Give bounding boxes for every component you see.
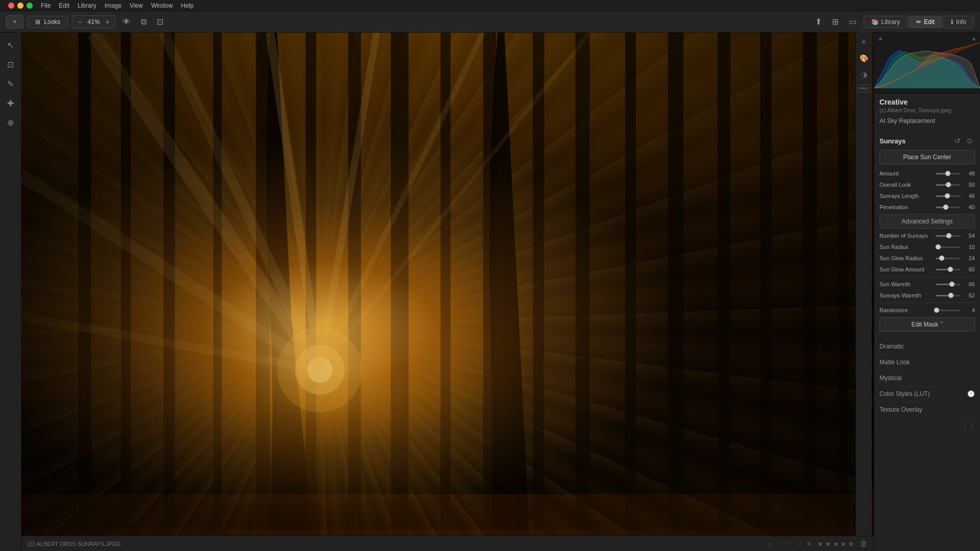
slider-value-sun-radius: 10 — [963, 244, 975, 250]
zoom-control[interactable]: − 41% + — [72, 15, 115, 29]
slider-label-sun-warmth: Sun Warmth — [879, 281, 936, 287]
slider-track-penetration[interactable] — [936, 203, 961, 211]
slider-label-sun-radius: Sun Radius — [879, 244, 936, 250]
menu-image[interactable]: Image — [105, 2, 121, 9]
panel-item-dramatic[interactable]: Dramatic — [874, 339, 980, 355]
abs-tool-sun[interactable]: ☀ — [858, 36, 870, 48]
svg-rect-12 — [533, 33, 544, 536]
slider-track-randomize[interactable] — [936, 306, 961, 314]
menu-library[interactable]: Library — [78, 2, 96, 9]
abs-tool-tone[interactable]: ◑ — [858, 68, 870, 81]
svg-point-21 — [307, 357, 332, 383]
slider-track-overall-look[interactable] — [936, 181, 961, 189]
zoom-plus-btn[interactable]: + — [105, 18, 111, 26]
panel-item-matte-look[interactable]: Matte Look — [874, 355, 980, 370]
slider-row-sun-glow-radius: Sun Glow Radius 24 — [879, 254, 975, 262]
slider-row-overall-look: Overall Look 50 — [879, 181, 975, 189]
edit-mask-btn[interactable]: Edit Mask ˅ — [879, 317, 975, 332]
abs-tool-palette[interactable]: 🎨 — [858, 52, 870, 64]
sunrays-toggle-btn[interactable]: ⊙ — [965, 136, 975, 146]
settings-dots-icon[interactable]: ⋮⋮ — [962, 421, 976, 429]
slider-value-overall-look: 50 — [963, 182, 975, 188]
slider-row-penetration: Penetration 40 — [879, 203, 975, 211]
svg-rect-8 — [348, 33, 361, 536]
minimize-btn[interactable] — [17, 3, 23, 9]
close-btn[interactable] — [8, 3, 14, 9]
slider-track-sun-warmth[interactable] — [936, 280, 961, 288]
svg-rect-4 — [163, 33, 175, 536]
share-icon-btn[interactable]: ⬆ — [812, 15, 825, 29]
slider-value-sun-glow-amount: 60 — [963, 266, 975, 272]
slider-track-sun-glow-amount[interactable] — [936, 265, 961, 273]
maximize-btn[interactable] — [27, 3, 33, 9]
tab-library[interactable]: 📚 Library — [864, 16, 908, 28]
tool-brush[interactable]: ✎ — [3, 76, 19, 92]
panel-item-mystical[interactable]: Mystical — [874, 370, 980, 386]
image-canvas[interactable] — [21, 33, 874, 536]
delete-icon[interactable]: 🗑 — [860, 539, 868, 548]
svg-rect-0 — [21, 33, 874, 536]
slider-track-amount[interactable] — [936, 169, 961, 178]
eye-icon-btn[interactable]: 👁 — [119, 15, 134, 29]
panel-icon-btn[interactable]: ▭ — [846, 15, 860, 29]
hist-right-arrow[interactable]: ▲ — [971, 35, 977, 42]
divider-2 — [879, 303, 975, 303]
reject-icon[interactable]: ✕ — [806, 540, 812, 548]
hist-left-arrow[interactable]: ▲ — [877, 35, 884, 42]
svg-rect-13 — [576, 33, 590, 536]
compare-icon-btn[interactable]: ⧉ — [138, 15, 150, 29]
tool-crop[interactable]: ⊡ — [3, 56, 19, 72]
sunrays-title: Sunrays — [879, 137, 905, 145]
menu-view[interactable]: View — [130, 2, 143, 9]
slider-value-sun-warmth: 66 — [963, 281, 975, 287]
svg-line-31 — [21, 317, 320, 370]
advanced-settings-toggle[interactable]: Advanced Settings — [879, 214, 975, 229]
histogram-area: ▲ ▲ — [874, 33, 980, 94]
panel-item-color-styles[interactable]: Color Styles (LUT) 🕐 — [874, 386, 980, 402]
star-3[interactable]: ★ — [832, 540, 839, 548]
sunrays-reset-btn[interactable]: ↺ — [952, 136, 963, 146]
slider-row-num-sunrays: Number of Sunrays 54 — [879, 232, 975, 240]
slider-track-sunrays-length[interactable] — [936, 192, 961, 200]
panel-item-texture-overlay[interactable]: Texture Overlay — [874, 402, 980, 418]
star-1[interactable]: ★ — [817, 540, 824, 548]
svg-rect-18 — [803, 33, 817, 536]
tab-edit[interactable]: ✏ Edit — [909, 16, 942, 28]
star-4[interactable]: ★ — [840, 540, 847, 548]
add-button[interactable]: ＋ — [6, 15, 23, 29]
crop-icon-btn[interactable]: ⊡ — [154, 15, 166, 29]
left-sidebar: ↖ ⊡ ✎ ✚ ⊕ — [0, 33, 21, 551]
grid-icon-btn[interactable]: ⊞ — [829, 15, 842, 29]
svg-rect-3 — [121, 33, 131, 536]
menu-edit[interactable]: Edit — [59, 2, 69, 9]
svg-rect-33 — [21, 530, 874, 536]
tool-clone[interactable]: ⊕ — [3, 114, 19, 131]
star-5[interactable]: ★ — [848, 540, 854, 548]
edit-icon: ✏ — [916, 18, 921, 26]
clock-icon: 🕐 — [967, 390, 975, 397]
menu-file[interactable]: File — [41, 2, 51, 9]
zoom-value: 41% — [85, 18, 103, 26]
slider-row-sun-radius: Sun Radius 10 — [879, 243, 975, 251]
tool-healing[interactable]: ✚ — [3, 95, 19, 111]
slider-track-sun-radius[interactable] — [936, 243, 961, 251]
slider-track-num-sunrays[interactable] — [936, 232, 961, 240]
zoom-minus-btn[interactable]: − — [77, 18, 83, 26]
rating-stars[interactable]: ★ ★ ★ ★ ★ — [817, 540, 854, 548]
heart-icon[interactable]: ♡ — [786, 540, 792, 548]
menu-window[interactable]: Window — [151, 2, 173, 9]
main-sliders: Amount 48 Overall Look — [879, 169, 975, 211]
slider-track-sun-glow-radius[interactable] — [936, 254, 961, 262]
svg-point-23 — [277, 328, 362, 413]
menu-help[interactable]: Help — [181, 2, 194, 9]
star-2[interactable]: ★ — [825, 540, 831, 548]
tool-cursor[interactable]: ↖ — [3, 37, 19, 53]
place-sun-center-btn[interactable]: Place Sun Center — [879, 150, 975, 164]
slider-label-num-sunrays: Number of Sunrays — [879, 233, 936, 239]
tab-info[interactable]: ℹ Info — [943, 16, 974, 28]
slider-value-sunrays-warmth: 62 — [963, 292, 975, 298]
svg-rect-17 — [760, 33, 771, 536]
svg-rect-20 — [21, 33, 874, 536]
slider-track-sunrays-warmth[interactable] — [936, 291, 961, 299]
looks-button[interactable]: ⊞ Looks — [28, 16, 68, 28]
